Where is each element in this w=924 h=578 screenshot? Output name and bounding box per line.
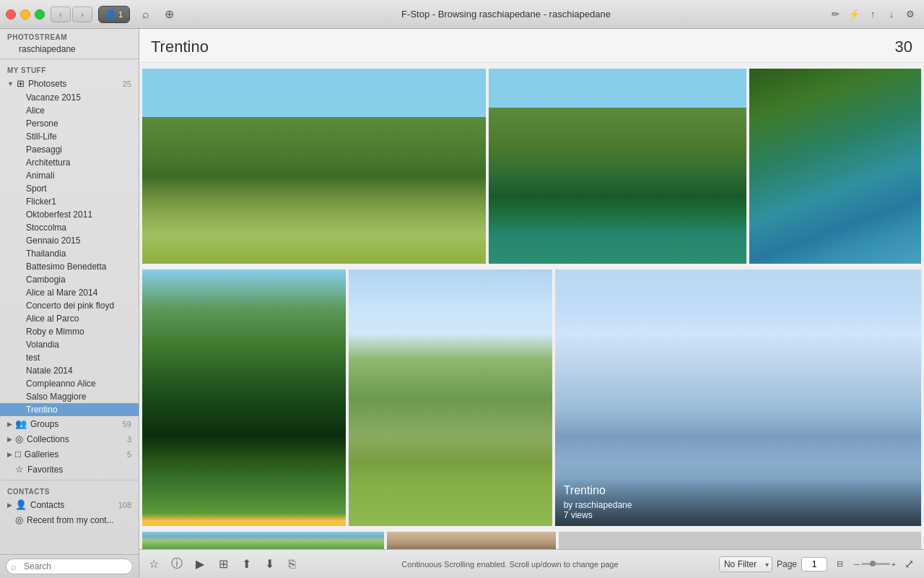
settings-icon[interactable]: ⚙ <box>902 7 918 22</box>
expand-arrow-galleries-icon: ▶ <box>7 451 12 458</box>
sidebar-item-thailandia[interactable]: Thailandia <box>0 247 139 260</box>
page-title: Trentino <box>151 38 209 56</box>
sidebar-item-animali[interactable]: Animali <box>0 169 139 182</box>
sidebar-group-photosets[interactable]: ▼ ⊞ Photosets 25 <box>0 76 139 91</box>
sidebar-item-salso[interactable]: Salso Maggiore <box>0 390 139 403</box>
search-icon[interactable]: ⌕ <box>136 7 156 22</box>
upload-icon[interactable]: ↑ <box>865 7 881 22</box>
sidebar-item-compleanno[interactable]: Compleanno Alice <box>0 377 139 390</box>
close-button[interactable] <box>6 9 16 20</box>
share-icon[interactable]: ⬆ <box>237 556 255 573</box>
sidebar-item-vacanze2015[interactable]: Vacanze 2015 <box>0 91 139 104</box>
sidebar-item-alice[interactable]: Alice <box>0 104 139 117</box>
grid-row-1 <box>139 66 924 264</box>
overlay-album-views: 7 views <box>564 510 912 520</box>
sidebar-item-trentino[interactable]: Trentino <box>0 403 139 416</box>
info-icon[interactable]: ⓘ <box>168 556 186 573</box>
sidebar-group-favorites[interactable]: ▶ ☆ Favorites <box>0 462 139 477</box>
sidebar-item-test[interactable]: test <box>0 351 139 364</box>
sidebar-item-roby[interactable]: Roby e Mimmo <box>0 325 139 338</box>
search-input[interactable] <box>6 558 133 574</box>
photo-cell-9[interactable] <box>559 532 921 549</box>
grid-icon[interactable]: ⊞ <box>214 556 232 573</box>
zoom-icon[interactable]: ⊕ <box>159 7 179 22</box>
favorites-icon: ☆ <box>15 464 24 475</box>
sidebar-item-persone[interactable]: Persone <box>0 117 139 130</box>
photo-cell-5[interactable] <box>349 269 552 526</box>
expand-arrow-groups-icon: ▶ <box>7 420 12 428</box>
filter-wrapper: No Filter Filter 1 Filter 2 <box>719 556 772 572</box>
search-wrapper <box>6 558 133 574</box>
filter-select[interactable]: No Filter Filter 1 Filter 2 <box>719 556 772 572</box>
bottom-right-controls: No Filter Filter 1 Filter 2 Page ⊟ ─+ ⤢ <box>719 556 918 573</box>
sidebar: PHOTOSTREAM raschiapedane MY STUFF ▼ ⊞ P… <box>0 29 139 578</box>
photo-overlay: Trentino by raschiapedane 7 views <box>555 478 921 526</box>
sidebar-item-paesaggi[interactable]: Paesaggi <box>0 143 139 156</box>
zoom-slider-icon[interactable]: ─+ <box>853 556 897 573</box>
photo-cell-1[interactable] <box>142 69 486 264</box>
sidebar-item-architettura[interactable]: Architettura <box>0 156 139 169</box>
thumbnail-small-icon[interactable]: ⊟ <box>832 556 849 573</box>
expand-arrow-contacts-icon: ▶ <box>7 501 12 509</box>
sidebar-item-natale[interactable]: Natale 2014 <box>0 364 139 377</box>
play-icon[interactable]: ▶ <box>191 556 209 573</box>
sidebar-item-alice-mare[interactable]: Alice al Mare 2014 <box>0 286 139 299</box>
sidebar-search-area <box>0 554 139 578</box>
sidebar-group-galleries[interactable]: ▶ □ Galleries 5 <box>0 447 139 462</box>
photo-cell-2[interactable] <box>489 69 746 264</box>
minimize-button[interactable] <box>20 9 30 20</box>
toolbar-icons: ⌕ ⊕ <box>136 7 179 22</box>
photo-cell-3[interactable] <box>749 69 921 264</box>
sidebar-item-sport[interactable]: Sport <box>0 182 139 195</box>
grid-row-2: Trentino by raschiapedane 7 views <box>139 267 924 526</box>
maximize-button[interactable] <box>35 9 45 20</box>
download-icon[interactable]: ↓ <box>884 7 899 22</box>
sidebar-item-stoccolma[interactable]: Stoccolma <box>0 221 139 234</box>
sidebar-item-oktoberfest[interactable]: Oktoberfest 2011 <box>0 208 139 221</box>
photo-count: 30 <box>895 38 912 56</box>
sidebar-item-concerto[interactable]: Concerto dei pink floyd <box>0 299 139 312</box>
page-input[interactable] <box>801 557 827 571</box>
recent-icon: ◎ <box>15 514 23 525</box>
sidebar-item-cambogia[interactable]: Cambogia <box>0 273 139 286</box>
folder-icon[interactable]: ⎘ <box>284 556 301 573</box>
star-icon[interactable]: ☆ <box>145 556 162 573</box>
nav-arrows: ‹ › <box>51 7 92 22</box>
photo-cell-8[interactable] <box>387 532 556 549</box>
collections-icon: ◎ <box>15 434 23 444</box>
sidebar-item-battesimo[interactable]: Battesimo Benedetta <box>0 260 139 273</box>
grid-row-3 <box>139 529 924 549</box>
photo-cell-4[interactable] <box>142 269 346 526</box>
sidebar-item-photostream-user[interactable]: raschiapedane <box>0 43 139 56</box>
download-icon[interactable]: ⬇ <box>261 556 278 573</box>
sidebar-item-stilllife[interactable]: Still-Life <box>0 130 139 143</box>
bottom-toolbar: ☆ ⓘ ▶ ⊞ ⬆ ⬇ ⎘ Continuous Scrolling enabl… <box>139 549 924 578</box>
page-label: Page <box>777 559 797 569</box>
sidebar-group-collections[interactable]: ▶ ◎ Collections 3 <box>0 431 139 447</box>
sidebar-item-alice-parco[interactable]: Alice al Parco <box>0 312 139 325</box>
edit-icon[interactable]: ✏ <box>827 7 843 22</box>
window-title: F-Stop - Browsing raschiapedane - raschi… <box>185 9 827 20</box>
nav-forward-button[interactable]: › <box>72 7 92 22</box>
photo-cell-7[interactable] <box>142 532 384 549</box>
sidebar-divider-2 <box>0 480 139 480</box>
right-icons: ✏ ⚡ ↑ ↓ ⚙ <box>827 7 918 22</box>
nav-back-button[interactable]: ‹ <box>51 7 71 22</box>
contacts-header: CONTACTS <box>0 483 139 497</box>
sidebar-item-flicker1[interactable]: Flicker1 <box>0 195 139 208</box>
titlebar: ‹ › 👤 1 ⌕ ⊕ F-Stop - Browsing raschiaped… <box>0 0 924 29</box>
sidebar-group-contacts[interactable]: ▶ 👤 Contacts 108 <box>0 497 139 512</box>
fullscreen-icon[interactable]: ⤢ <box>901 556 918 573</box>
sidebar-item-volandia[interactable]: Volandia <box>0 338 139 351</box>
photo-cell-6[interactable]: Trentino by raschiapedane 7 views <box>555 269 921 526</box>
sidebar-group-recent[interactable]: ▶ ◎ Recent from my cont... <box>0 512 139 527</box>
photos-grid: Trentino by raschiapedane 7 views <box>139 63 924 549</box>
sidebar-divider-1 <box>0 59 139 59</box>
sidebar-group-groups[interactable]: ▶ 👥 Groups 59 <box>0 416 139 431</box>
status-text: Continuous Scrolling enabled. Scroll up/… <box>401 560 618 569</box>
content-area: Trentino 30 Trentin <box>139 29 924 578</box>
profile-button[interactable]: 👤 1 <box>98 6 130 23</box>
chart-icon[interactable]: ⚡ <box>846 7 862 22</box>
photosets-icon: ⊞ <box>17 78 25 89</box>
sidebar-item-gennaio2015[interactable]: Gennaio 2015 <box>0 234 139 247</box>
